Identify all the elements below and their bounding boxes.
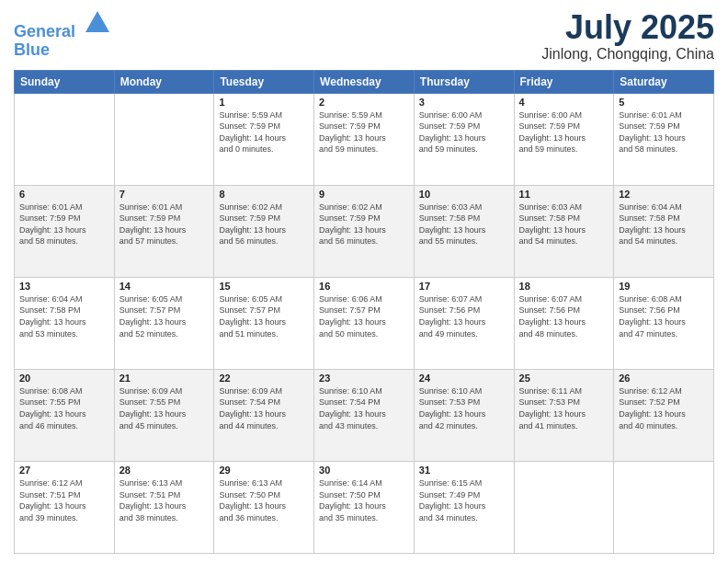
day-info: Sunrise: 6:10 AM Sunset: 7:54 PM Dayligh…	[319, 385, 409, 431]
day-info: Sunrise: 6:00 AM Sunset: 7:59 PM Dayligh…	[419, 109, 509, 155]
table-row: 24Sunrise: 6:10 AM Sunset: 7:53 PM Dayli…	[414, 369, 514, 461]
col-friday: Friday	[514, 70, 614, 93]
day-number: 17	[419, 281, 509, 292]
col-wednesday: Wednesday	[314, 70, 415, 93]
table-row: 8Sunrise: 6:02 AM Sunset: 7:59 PM Daylig…	[214, 185, 314, 277]
calendar-week-4: 20Sunrise: 6:08 AM Sunset: 7:55 PM Dayli…	[15, 369, 714, 461]
day-info: Sunrise: 6:05 AM Sunset: 7:57 PM Dayligh…	[119, 293, 210, 339]
table-row: 9Sunrise: 6:02 AM Sunset: 7:59 PM Daylig…	[314, 185, 415, 277]
calendar-week-5: 27Sunrise: 6:12 AM Sunset: 7:51 PM Dayli…	[15, 461, 714, 553]
day-number: 3	[419, 97, 509, 108]
table-row: 13Sunrise: 6:04 AM Sunset: 7:58 PM Dayli…	[15, 277, 115, 369]
day-number: 20	[19, 373, 109, 384]
col-saturday: Saturday	[614, 70, 714, 93]
page: General Blue July 2025 Jinlong, Chongqin…	[0, 0, 728, 563]
logo-icon	[84, 9, 111, 37]
day-info: Sunrise: 6:04 AM Sunset: 7:58 PM Dayligh…	[619, 201, 709, 247]
day-info: Sunrise: 6:09 AM Sunset: 7:55 PM Dayligh…	[119, 385, 210, 431]
day-info: Sunrise: 6:15 AM Sunset: 7:49 PM Dayligh…	[419, 477, 509, 523]
day-number: 10	[419, 189, 509, 200]
table-row: 11Sunrise: 6:03 AM Sunset: 7:58 PM Dayli…	[514, 185, 614, 277]
day-number: 29	[219, 465, 309, 476]
table-row: 19Sunrise: 6:08 AM Sunset: 7:56 PM Dayli…	[614, 277, 714, 369]
day-number: 9	[319, 189, 409, 200]
day-info: Sunrise: 6:00 AM Sunset: 7:59 PM Dayligh…	[519, 109, 609, 155]
day-info: Sunrise: 6:08 AM Sunset: 7:56 PM Dayligh…	[619, 293, 709, 339]
table-row	[15, 93, 115, 185]
logo: General Blue	[14, 9, 111, 60]
day-info: Sunrise: 6:01 AM Sunset: 7:59 PM Dayligh…	[19, 201, 109, 247]
day-info: Sunrise: 6:06 AM Sunset: 7:57 PM Dayligh…	[319, 293, 409, 339]
table-row: 21Sunrise: 6:09 AM Sunset: 7:55 PM Dayli…	[114, 369, 214, 461]
day-number: 11	[519, 189, 609, 200]
day-info: Sunrise: 6:02 AM Sunset: 7:59 PM Dayligh…	[219, 201, 309, 247]
day-number: 2	[319, 97, 409, 108]
day-info: Sunrise: 6:13 AM Sunset: 7:51 PM Dayligh…	[119, 477, 210, 523]
day-info: Sunrise: 6:02 AM Sunset: 7:59 PM Dayligh…	[319, 201, 409, 247]
calendar-header-row: Sunday Monday Tuesday Wednesday Thursday…	[15, 70, 714, 93]
day-number: 31	[419, 465, 509, 476]
header: General Blue July 2025 Jinlong, Chongqin…	[14, 9, 714, 63]
day-info: Sunrise: 6:07 AM Sunset: 7:56 PM Dayligh…	[519, 293, 609, 339]
day-info: Sunrise: 6:03 AM Sunset: 7:58 PM Dayligh…	[519, 201, 609, 247]
day-number: 5	[619, 97, 709, 108]
location: Jinlong, Chongqing, China	[541, 46, 714, 63]
day-number: 21	[119, 373, 210, 384]
calendar-week-2: 6Sunrise: 6:01 AM Sunset: 7:59 PM Daylig…	[15, 185, 714, 277]
day-info: Sunrise: 6:09 AM Sunset: 7:54 PM Dayligh…	[219, 385, 309, 431]
day-info: Sunrise: 6:07 AM Sunset: 7:56 PM Dayligh…	[419, 293, 509, 339]
logo-text: General Blue	[14, 9, 111, 60]
table-row: 16Sunrise: 6:06 AM Sunset: 7:57 PM Dayli…	[314, 277, 415, 369]
table-row	[614, 461, 714, 553]
day-number: 13	[19, 281, 109, 292]
table-row: 18Sunrise: 6:07 AM Sunset: 7:56 PM Dayli…	[514, 277, 614, 369]
table-row: 22Sunrise: 6:09 AM Sunset: 7:54 PM Dayli…	[214, 369, 314, 461]
day-info: Sunrise: 6:01 AM Sunset: 7:59 PM Dayligh…	[619, 109, 709, 155]
table-row: 2Sunrise: 5:59 AM Sunset: 7:59 PM Daylig…	[314, 93, 415, 185]
day-info: Sunrise: 6:08 AM Sunset: 7:55 PM Dayligh…	[19, 385, 109, 431]
table-row: 28Sunrise: 6:13 AM Sunset: 7:51 PM Dayli…	[114, 461, 214, 553]
day-number: 27	[19, 465, 109, 476]
col-sunday: Sunday	[15, 70, 115, 93]
day-info: Sunrise: 6:10 AM Sunset: 7:53 PM Dayligh…	[419, 385, 509, 431]
table-row: 4Sunrise: 6:00 AM Sunset: 7:59 PM Daylig…	[514, 93, 614, 185]
table-row: 17Sunrise: 6:07 AM Sunset: 7:56 PM Dayli…	[414, 277, 514, 369]
table-row: 15Sunrise: 6:05 AM Sunset: 7:57 PM Dayli…	[214, 277, 314, 369]
calendar-table: Sunday Monday Tuesday Wednesday Thursday…	[14, 70, 714, 554]
col-tuesday: Tuesday	[214, 70, 314, 93]
table-row	[114, 93, 214, 185]
day-info: Sunrise: 6:13 AM Sunset: 7:50 PM Dayligh…	[219, 477, 309, 523]
table-row: 20Sunrise: 6:08 AM Sunset: 7:55 PM Dayli…	[15, 369, 115, 461]
table-row: 25Sunrise: 6:11 AM Sunset: 7:53 PM Dayli…	[514, 369, 614, 461]
day-info: Sunrise: 6:03 AM Sunset: 7:58 PM Dayligh…	[419, 201, 509, 247]
table-row: 10Sunrise: 6:03 AM Sunset: 7:58 PM Dayli…	[414, 185, 514, 277]
day-number: 30	[319, 465, 409, 476]
table-row: 27Sunrise: 6:12 AM Sunset: 7:51 PM Dayli…	[15, 461, 115, 553]
table-row: 7Sunrise: 6:01 AM Sunset: 7:59 PM Daylig…	[114, 185, 214, 277]
day-number: 6	[19, 189, 109, 200]
table-row: 6Sunrise: 6:01 AM Sunset: 7:59 PM Daylig…	[15, 185, 115, 277]
table-row: 1Sunrise: 5:59 AM Sunset: 7:59 PM Daylig…	[214, 93, 314, 185]
col-thursday: Thursday	[414, 70, 514, 93]
day-info: Sunrise: 6:11 AM Sunset: 7:53 PM Dayligh…	[519, 385, 609, 431]
day-info: Sunrise: 6:12 AM Sunset: 7:51 PM Dayligh…	[19, 477, 109, 523]
logo-blue: Blue	[14, 40, 50, 59]
day-info: Sunrise: 6:05 AM Sunset: 7:57 PM Dayligh…	[219, 293, 309, 339]
day-number: 22	[219, 373, 309, 384]
day-info: Sunrise: 6:14 AM Sunset: 7:50 PM Dayligh…	[319, 477, 409, 523]
day-number: 15	[219, 281, 309, 292]
day-number: 18	[519, 281, 609, 292]
day-info: Sunrise: 6:04 AM Sunset: 7:58 PM Dayligh…	[19, 293, 109, 339]
day-info: Sunrise: 6:12 AM Sunset: 7:52 PM Dayligh…	[619, 385, 709, 431]
day-number: 23	[319, 373, 409, 384]
day-number: 8	[219, 189, 309, 200]
day-number: 24	[419, 373, 509, 384]
svg-marker-0	[85, 11, 109, 32]
day-number: 19	[619, 281, 709, 292]
day-number: 1	[219, 97, 309, 108]
table-row: 30Sunrise: 6:14 AM Sunset: 7:50 PM Dayli…	[314, 461, 415, 553]
table-row: 3Sunrise: 6:00 AM Sunset: 7:59 PM Daylig…	[414, 93, 514, 185]
day-info: Sunrise: 6:01 AM Sunset: 7:59 PM Dayligh…	[119, 201, 210, 247]
table-row: 26Sunrise: 6:12 AM Sunset: 7:52 PM Dayli…	[614, 369, 714, 461]
day-info: Sunrise: 5:59 AM Sunset: 7:59 PM Dayligh…	[219, 109, 309, 155]
